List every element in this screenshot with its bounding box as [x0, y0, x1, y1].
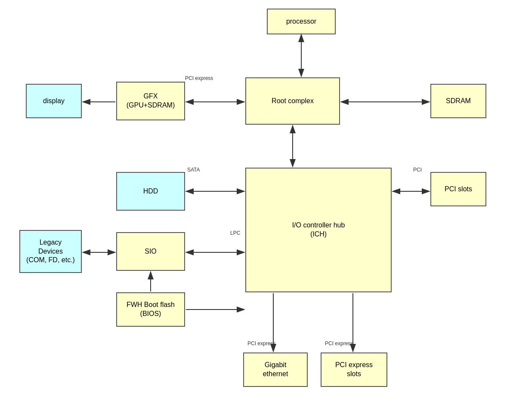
- pci-label: PCI: [413, 167, 422, 173]
- sio-label: SIO: [145, 247, 157, 256]
- gigabit-box: Gigabitethernet: [243, 353, 308, 387]
- sdram-label: SDRAM: [446, 97, 471, 106]
- gfx-label: GFX(GPU+SDRAM): [127, 92, 175, 110]
- gfx-box: GFX(GPU+SDRAM): [116, 82, 185, 120]
- sio-box: SIO: [116, 232, 185, 271]
- pci-slots-label: PCI slots: [445, 185, 472, 194]
- hdd-label: HDD: [143, 187, 158, 196]
- pci-express-bottom-left-label: PCI express: [247, 340, 275, 346]
- fwh-box: FWH Boot flash(BIOS): [116, 292, 185, 327]
- legacy-devices-label: LegacyDevices(COM, FD, etc.): [26, 238, 75, 265]
- diagram: processor Root complex GFX(GPU+SDRAM) di…: [0, 0, 510, 420]
- pcie-slots-box: PCI expressslots: [321, 353, 387, 387]
- pcie-slots-label: PCI expressslots: [335, 361, 373, 379]
- legacy-devices-box: LegacyDevices(COM, FD, etc.): [19, 230, 82, 273]
- ich-label: I/O controller hub(ICH): [292, 221, 345, 239]
- pci-express-bottom-right-label: PCI express: [325, 340, 353, 346]
- ich-box: I/O controller hub(ICH): [245, 168, 392, 292]
- hdd-box: HDD: [116, 172, 185, 211]
- sdram-box: SDRAM: [430, 84, 486, 118]
- sata-label: SATA: [187, 167, 200, 173]
- pci-express-top-label: PCI express: [185, 75, 213, 81]
- fwh-label: FWH Boot flash(BIOS): [127, 300, 175, 319]
- root-complex-label: Root complex: [272, 97, 314, 106]
- processor-box: processor: [267, 9, 336, 34]
- pci-slots-box: PCI slots: [430, 172, 486, 206]
- processor-label: processor: [286, 17, 316, 26]
- gigabit-label: Gigabitethernet: [263, 361, 288, 379]
- display-label: display: [43, 97, 65, 106]
- root-complex-box: Root complex: [245, 77, 340, 125]
- lpc-label: LPC: [230, 230, 240, 236]
- display-box: display: [26, 84, 82, 118]
